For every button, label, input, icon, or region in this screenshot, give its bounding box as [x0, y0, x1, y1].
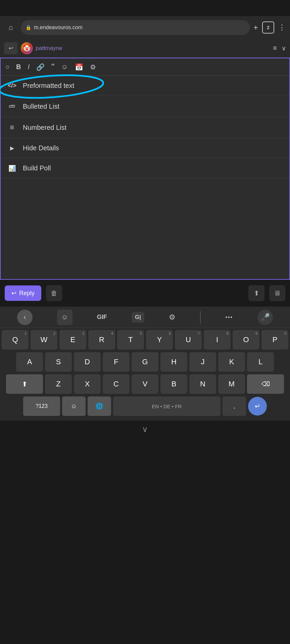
- delete-icon: 🗑: [51, 289, 57, 297]
- key-m[interactable]: M: [218, 374, 245, 394]
- menu-item-preformatted[interactable]: </> Preformatted text: [1, 76, 289, 96]
- editor-toolbar: ○ B I 🔗 " ☺ 📅 ⚙: [1, 58, 289, 76]
- italic-icon[interactable]: I: [28, 63, 30, 71]
- quote-icon[interactable]: ": [51, 62, 54, 72]
- menu-item-hide-details[interactable]: ▶ Hide Details: [1, 138, 289, 158]
- key-y[interactable]: 6Y: [146, 330, 173, 350]
- keyboard-back-icon: ‹: [23, 313, 26, 322]
- key-p[interactable]: 0P: [261, 330, 288, 350]
- key-r[interactable]: 4R: [88, 330, 115, 350]
- swipe-bar: ∨: [0, 421, 290, 438]
- reply-button[interactable]: ↩ Reply: [5, 285, 41, 301]
- space-key[interactable]: EN • DE • FR: [113, 396, 221, 416]
- menu-item-bulleted-list[interactable]: ≔ Bulleted List: [1, 96, 289, 117]
- tab-count-button[interactable]: 2: [262, 21, 274, 34]
- key-number: 6: [169, 331, 171, 335]
- build-poll-label: Build Poll: [23, 164, 51, 172]
- key-number: 0: [284, 331, 286, 335]
- num-key[interactable]: ?123: [23, 396, 60, 416]
- keyboard-gif-button[interactable]: GIF: [97, 314, 107, 321]
- menu-item-numbered-list[interactable]: ≡ Numbered List: [1, 117, 289, 138]
- keyboard-sticker-button[interactable]: ☺: [57, 310, 72, 325]
- enter-key[interactable]: ↵: [248, 397, 267, 416]
- swipe-chevron: ∨: [142, 425, 148, 434]
- emoji-key[interactable]: ☺: [62, 396, 86, 416]
- key-e[interactable]: 3E: [59, 330, 86, 350]
- emoji-icon[interactable]: ☺: [61, 63, 68, 71]
- reply-icon: ↩: [11, 289, 16, 297]
- upload-icon: ⬆: [254, 289, 259, 297]
- key-i[interactable]: 8I: [204, 330, 231, 350]
- keyboard-settings-icon: ⚙: [169, 313, 176, 321]
- key-g[interactable]: G: [132, 352, 158, 372]
- key-u[interactable]: 7U: [175, 330, 202, 350]
- keyboard-mic-button[interactable]: 🎤: [257, 310, 273, 325]
- keyboard-settings-button[interactable]: ⚙: [169, 313, 176, 322]
- search-icon[interactable]: ○: [5, 63, 9, 71]
- key-z[interactable]: Z: [45, 374, 72, 394]
- period-key[interactable]: .: [223, 396, 246, 416]
- bold-icon[interactable]: B: [16, 63, 21, 71]
- numbered-list-label: Numbered List: [23, 124, 66, 131]
- key-k[interactable]: K: [218, 352, 245, 372]
- link-icon[interactable]: 🔗: [36, 63, 45, 71]
- keyboard-rows: 1Q 2W 3E 4R 5T 6Y 7U 8I: [0, 328, 290, 421]
- url-bar[interactable]: 🔒 m.endeavouros.com: [21, 20, 250, 35]
- home-button[interactable]: ⌂: [4, 21, 17, 34]
- back-button[interactable]: ↩: [4, 42, 17, 54]
- emoji-key-icon: ☺: [71, 403, 77, 410]
- hide-details-label: Hide Details: [23, 144, 59, 152]
- more-menu-button[interactable]: ⋮: [278, 23, 286, 32]
- delete-button[interactable]: 🗑: [46, 285, 62, 301]
- menu-item-build-poll[interactable]: 📊 Build Poll: [1, 158, 289, 178]
- avatar: 🤡: [21, 42, 33, 54]
- calendar-icon[interactable]: 📅: [75, 63, 83, 71]
- key-t[interactable]: 5T: [117, 330, 144, 350]
- editor-body[interactable]: [1, 178, 289, 279]
- hamburger-icon[interactable]: ≡: [273, 44, 277, 52]
- key-v[interactable]: V: [132, 374, 158, 394]
- monitor-button[interactable]: 🖥: [269, 285, 285, 301]
- upload-button[interactable]: ⬆: [248, 285, 264, 301]
- keyboard-more-button[interactable]: •••: [225, 314, 233, 320]
- keyboard-row-bottom: ?123 ☺ 🌐 EN • DE • FR . ↵: [1, 396, 289, 416]
- key-s[interactable]: S: [45, 352, 72, 372]
- key-f[interactable]: F: [103, 352, 130, 372]
- forum-bar: ↩ 🤡 pattmayne ≡ ∨: [0, 39, 290, 58]
- key-h[interactable]: H: [160, 352, 187, 372]
- numbered-list-icon: ≡: [7, 123, 17, 132]
- key-c[interactable]: C: [103, 374, 130, 394]
- sticker-icon: ☺: [61, 313, 68, 321]
- key-d[interactable]: D: [74, 352, 101, 372]
- backspace-key[interactable]: ⌫: [247, 374, 284, 394]
- shift-key[interactable]: ⬆: [6, 374, 43, 394]
- keyboard-translate-button[interactable]: G|: [132, 312, 144, 323]
- key-o[interactable]: 9O: [233, 330, 259, 350]
- key-x[interactable]: X: [74, 374, 101, 394]
- monitor-icon: 🖥: [274, 289, 281, 297]
- key-l[interactable]: L: [247, 352, 274, 372]
- key-a[interactable]: A: [16, 352, 43, 372]
- chevron-down-icon[interactable]: ∨: [282, 45, 286, 52]
- key-number: 7: [198, 331, 200, 335]
- globe-key[interactable]: 🌐: [88, 396, 111, 416]
- keyboard-back-button[interactable]: ‹: [17, 310, 33, 325]
- key-q[interactable]: 1Q: [2, 330, 29, 350]
- key-number: 9: [255, 331, 257, 335]
- editor-container[interactable]: ○ B I 🔗 " ☺ 📅 ⚙ </> Preformatted text ≔ …: [0, 58, 290, 280]
- key-w[interactable]: 2W: [31, 330, 57, 350]
- key-b[interactable]: B: [160, 374, 187, 394]
- keyboard-row-1: 1Q 2W 3E 4R 5T 6Y 7U 8I: [1, 330, 289, 350]
- keyboard-mic-icon: 🎤: [261, 313, 270, 322]
- key-number: 8: [227, 331, 229, 335]
- enter-icon: ↵: [255, 402, 260, 410]
- reply-toolbar: ↩ Reply 🗑 ⬆ 🖥: [0, 280, 290, 307]
- keyboard-container: ‹ ☺ GIF G| ⚙ ••• 🎤 1Q 2W: [0, 307, 290, 421]
- hide-details-icon: ▶: [7, 145, 17, 151]
- key-j[interactable]: J: [189, 352, 216, 372]
- preformatted-label: Preformatted text: [23, 82, 74, 90]
- settings-icon[interactable]: ⚙: [90, 63, 96, 71]
- num-key-label: ?123: [36, 403, 48, 409]
- add-tab-button[interactable]: +: [253, 23, 258, 32]
- key-n[interactable]: N: [189, 374, 216, 394]
